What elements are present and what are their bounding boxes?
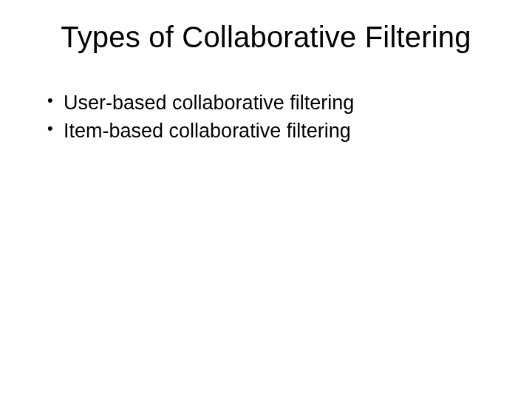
bullet-list: User-based collaborative filtering Item-… [30,89,502,145]
slide-title: Types of Collaborative Filtering [30,21,502,54]
slide-container: Types of Collaborative Filtering User-ba… [0,0,532,399]
list-item: Item-based collaborative filtering [47,117,502,144]
list-item: User-based collaborative filtering [47,89,502,116]
